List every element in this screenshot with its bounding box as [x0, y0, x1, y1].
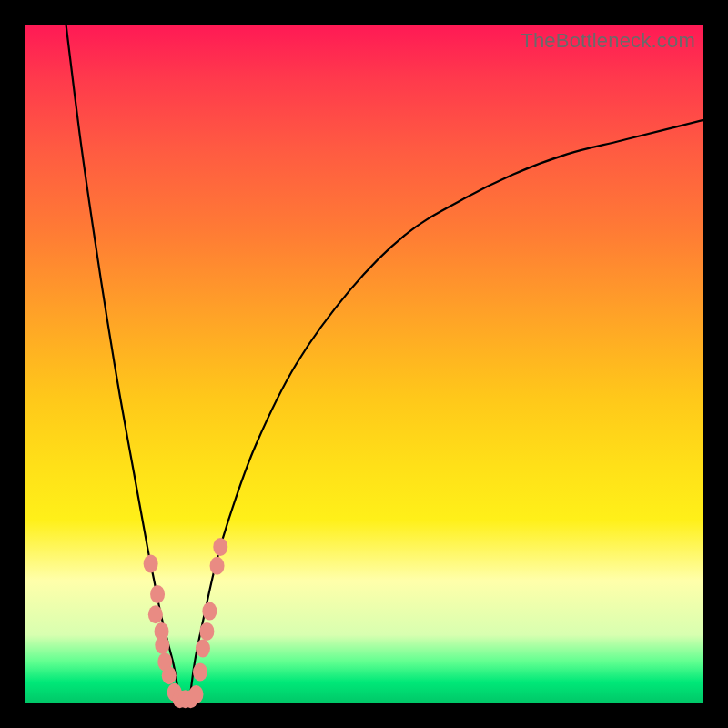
left-branch-curve [66, 25, 180, 703]
data-marker [210, 557, 225, 575]
curve-layer [25, 25, 703, 703]
marker-group [144, 538, 228, 708]
data-marker [144, 554, 158, 572]
right-branch-curve [189, 120, 703, 703]
chart-frame: TheBottleneck.com [0, 0, 728, 728]
data-marker [199, 622, 214, 641]
data-marker [150, 585, 165, 603]
data-marker [193, 663, 207, 682]
data-marker [155, 636, 169, 654]
data-marker [162, 666, 177, 684]
data-marker [148, 605, 163, 623]
data-marker [196, 639, 210, 657]
data-marker [188, 685, 203, 703]
data-marker [213, 538, 228, 556]
plot-area: TheBottleneck.com [25, 25, 703, 703]
data-marker [202, 602, 217, 621]
